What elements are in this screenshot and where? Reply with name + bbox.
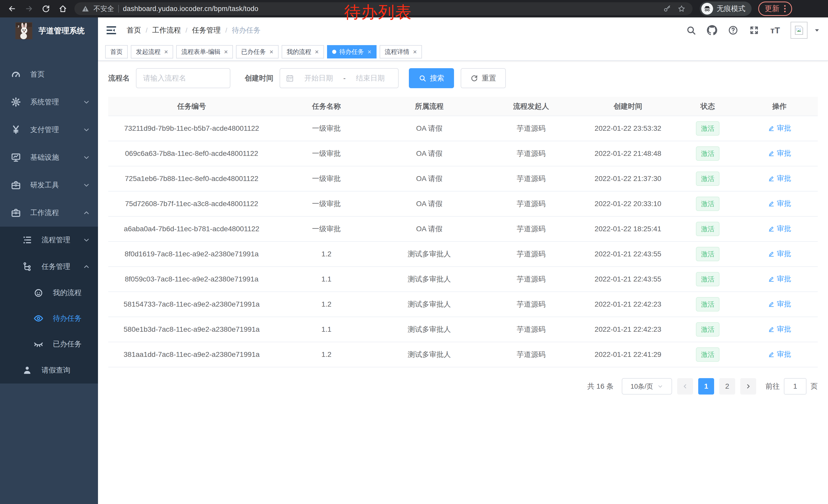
tab-label: 我的流程: [287, 48, 312, 56]
avatar-caret-down-icon[interactable]: [814, 27, 820, 34]
cell-created: 2022-01-21 22:42:23: [581, 292, 674, 317]
user-avatar[interactable]: [791, 22, 808, 39]
start-date-placeholder[interactable]: 开始日期: [296, 73, 341, 83]
cell-task-name: 一级审批: [275, 216, 378, 241]
approve-link[interactable]: 审批: [768, 148, 791, 158]
fullscreen-icon[interactable]: [748, 25, 760, 36]
goto-page-input[interactable]: 1: [784, 378, 806, 395]
breadcrumb-item-任务管理[interactable]: 任务管理: [192, 26, 220, 35]
table-row: 580e1b3d-7ac8-11ec-a9e2-a2380e71991a1.1测…: [108, 317, 818, 342]
url-text[interactable]: dashboard.yudao.iocoder.cn/bpm/task/todo: [123, 5, 258, 13]
sidebar-item-任务管理[interactable]: 任务管理: [0, 253, 98, 280]
yen-icon: [11, 125, 21, 135]
cell-created: 2022-01-21 22:43:55: [581, 241, 674, 267]
security-label[interactable]: 不安全: [93, 4, 114, 13]
tab-close-icon[interactable]: ×: [368, 48, 371, 56]
app-logo-rabbit-avatar: [15, 22, 32, 39]
url-divider: [118, 5, 119, 12]
browser-reload-icon[interactable]: [38, 1, 53, 16]
sidebar-item-支付管理[interactable]: 支付管理: [0, 116, 98, 144]
cell-task-id: 069c6a63-7b8a-11ec-8ef0-acde48001122: [108, 141, 275, 166]
tab-已办任务[interactable]: 已办任务×: [236, 45, 278, 58]
breadcrumb-item-工作流程[interactable]: 工作流程: [152, 26, 181, 35]
page-button-1[interactable]: 1: [698, 378, 714, 395]
sidebar-collapse-icon[interactable]: [105, 24, 118, 36]
process-name-input-wrap[interactable]: [136, 68, 230, 88]
breadcrumb-item-首页[interactable]: 首页: [127, 26, 141, 35]
github-icon[interactable]: [706, 25, 718, 36]
approve-link[interactable]: 审批: [768, 324, 791, 334]
approve-link[interactable]: 审批: [768, 299, 791, 309]
tab-流程详情[interactable]: 流程详情×: [380, 45, 422, 58]
browser-update-button[interactable]: 更新: [758, 2, 792, 16]
date-range-picker[interactable]: 开始日期 - 结束日期: [280, 68, 399, 88]
tab-label: 待办任务: [339, 48, 364, 56]
cell-process: OA 请假: [378, 141, 481, 166]
tab-流程表单-编辑[interactable]: 流程表单-编辑×: [176, 45, 233, 58]
update-label[interactable]: 更新: [764, 4, 780, 14]
sidebar-item-首页[interactable]: 首页: [0, 60, 98, 88]
table-row: 725a1eb6-7b88-11ec-8ef0-acde48001122一级审批…: [108, 166, 818, 191]
breadcrumb-item-待办任务[interactable]: 待办任务: [232, 26, 261, 35]
tab-待办任务[interactable]: 待办任务×: [327, 45, 377, 58]
help-icon[interactable]: [728, 25, 739, 36]
sidebar-item-工作流程[interactable]: 工作流程: [0, 199, 98, 227]
browser-menu-icon[interactable]: [784, 5, 786, 12]
tab-close-icon[interactable]: ×: [413, 48, 417, 56]
tab-close-icon[interactable]: ×: [164, 48, 168, 56]
page-size-select[interactable]: 10条/页: [622, 378, 672, 395]
cell-starter: 芋道源码: [481, 216, 581, 241]
cell-task-name: 1.2: [275, 342, 378, 367]
cell-starter: 芋道源码: [481, 166, 581, 191]
tab-发起流程[interactable]: 发起流程×: [131, 45, 173, 58]
tab-close-icon[interactable]: ×: [224, 48, 228, 56]
approve-link[interactable]: 审批: [768, 224, 791, 234]
cell-process: OA 请假: [378, 166, 481, 191]
prev-page-button[interactable]: [677, 378, 693, 395]
sidebar-item-label: 任务管理: [42, 262, 70, 272]
search-button[interactable]: 搜索: [409, 68, 454, 88]
end-date-placeholder[interactable]: 结束日期: [348, 73, 392, 83]
tab-我的流程[interactable]: 我的流程×: [282, 45, 324, 58]
edit-pen-icon: [768, 250, 775, 258]
sidebar-item-流程管理[interactable]: 流程管理: [0, 227, 98, 253]
tab-label: 发起流程: [136, 48, 161, 56]
cell-process: OA 请假: [378, 116, 481, 141]
tab-首页[interactable]: 首页: [105, 45, 128, 58]
process-name-input[interactable]: [143, 74, 223, 82]
edit-pen-icon: [768, 275, 775, 282]
font-size-icon[interactable]: ᴛT: [770, 25, 781, 36]
next-page-button[interactable]: [740, 378, 756, 395]
approve-link[interactable]: 审批: [768, 249, 791, 259]
status-badge: 激活: [696, 272, 719, 286]
browser-forward-icon[interactable]: [22, 1, 36, 16]
browser-home-icon[interactable]: [55, 1, 70, 16]
approve-link[interactable]: 审批: [768, 174, 791, 183]
approve-link[interactable]: 审批: [768, 274, 791, 284]
column-header-状态: 状态: [674, 97, 741, 116]
incognito-label: 无痕模式: [717, 4, 745, 13]
sidebar-item-请假查询[interactable]: 请假查询: [0, 357, 98, 383]
sidebar-item-待办任务[interactable]: 待办任务: [0, 306, 98, 331]
browser-back-icon[interactable]: [5, 1, 19, 16]
app-logo-row[interactable]: 芋道管理系统: [0, 17, 98, 44]
status-badge: 激活: [696, 247, 719, 261]
page-button-2[interactable]: 2: [719, 378, 735, 395]
search-icon[interactable]: [686, 25, 697, 36]
approve-link[interactable]: 审批: [768, 123, 791, 133]
status-badge: 激活: [696, 297, 719, 312]
approve-link[interactable]: 审批: [768, 350, 791, 359]
sidebar-item-已办任务[interactable]: 已办任务: [0, 331, 98, 357]
sidebar-item-研发工具[interactable]: 研发工具: [0, 171, 98, 199]
reset-button[interactable]: 重置: [461, 68, 506, 88]
sidebar-item-系统管理[interactable]: 系统管理: [0, 88, 98, 116]
breadcrumb: 首页/工作流程/任务管理/待办任务: [127, 26, 261, 35]
tab-close-icon[interactable]: ×: [269, 48, 273, 56]
sidebar-item-我的流程[interactable]: 我的流程: [0, 280, 98, 306]
cell-task-name: 一级审批: [275, 166, 378, 191]
bookmark-star-icon[interactable]: [678, 5, 686, 12]
approve-link[interactable]: 审批: [768, 199, 791, 209]
sidebar-item-基础设施[interactable]: 基础设施: [0, 144, 98, 171]
password-key-icon[interactable]: [663, 5, 671, 12]
tab-close-icon[interactable]: ×: [315, 48, 319, 56]
